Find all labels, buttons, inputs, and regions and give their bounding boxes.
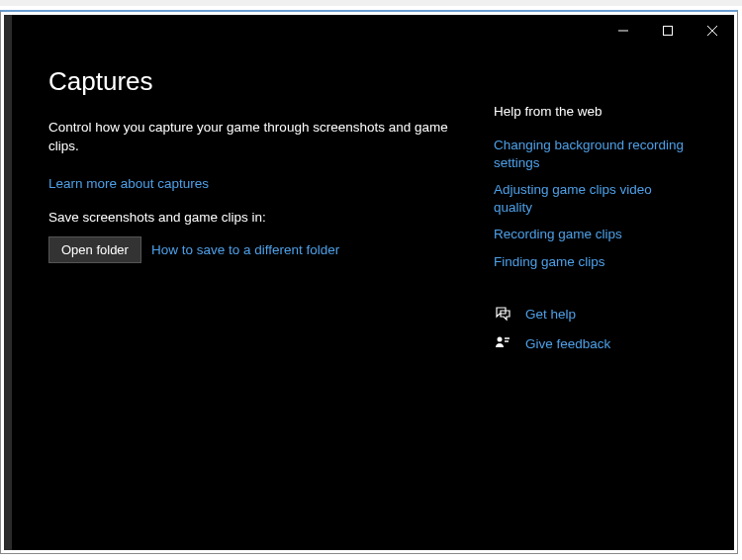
ribbon-bar bbox=[0, 0, 742, 6]
get-help-row[interactable]: Get help bbox=[494, 305, 692, 323]
save-location-label: Save screenshots and game clips in: bbox=[48, 210, 464, 225]
chat-icon bbox=[494, 305, 511, 323]
sidebar-column: Help from the web Changing background re… bbox=[464, 66, 692, 364]
outer-window-border: Captures Control how you capture your ga… bbox=[0, 10, 738, 554]
svg-point-4 bbox=[498, 337, 503, 342]
save-different-folder-link[interactable]: How to save to a different folder bbox=[151, 242, 339, 257]
give-feedback-row[interactable]: Give feedback bbox=[494, 334, 692, 352]
page-description: Control how you capture your game throug… bbox=[48, 119, 464, 156]
help-link-recording-clips[interactable]: Recording game clips bbox=[494, 226, 692, 243]
help-link-finding-clips[interactable]: Finding game clips bbox=[494, 253, 692, 271]
maximize-button[interactable] bbox=[645, 16, 690, 46]
folder-row: Open folder How to save to a different f… bbox=[48, 236, 464, 263]
help-link-video-quality[interactable]: Adjusting game clips video quality bbox=[494, 181, 692, 216]
titlebar bbox=[14, 15, 734, 47]
settings-window: Captures Control how you capture your ga… bbox=[4, 15, 734, 550]
minimize-button[interactable] bbox=[601, 16, 645, 46]
learn-more-link[interactable]: Learn more about captures bbox=[48, 176, 209, 191]
help-link-recording-settings[interactable]: Changing background recording settings bbox=[494, 137, 692, 171]
get-help-link[interactable]: Get help bbox=[525, 307, 576, 322]
content-area: Captures Control how you capture your ga… bbox=[14, 47, 734, 364]
main-column: Captures Control how you capture your ga… bbox=[48, 66, 464, 364]
svg-rect-1 bbox=[663, 27, 672, 36]
feedback-icon bbox=[494, 334, 511, 352]
help-heading: Help from the web bbox=[494, 104, 692, 119]
open-folder-button[interactable]: Open folder bbox=[48, 236, 141, 263]
close-button[interactable] bbox=[690, 16, 734, 46]
help-links-list: Changing background recording settings A… bbox=[494, 137, 692, 270]
page-title: Captures bbox=[48, 66, 464, 97]
give-feedback-link[interactable]: Give feedback bbox=[525, 336, 610, 351]
left-accent-stripe bbox=[4, 15, 12, 550]
